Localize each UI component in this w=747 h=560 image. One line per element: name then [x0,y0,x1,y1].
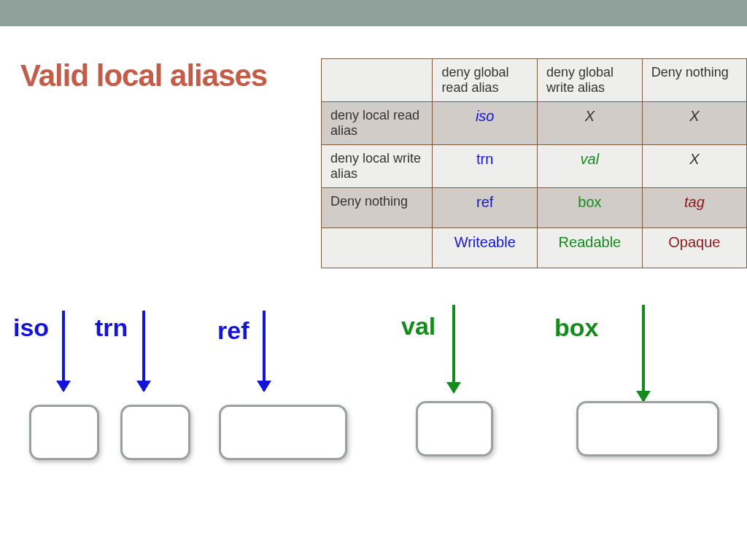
matrix-footer-row: Writeable Readable Opaque [322,228,747,268]
matrix-row-label: Deny nothing [322,188,433,228]
matrix-col-header: deny global read alias [433,59,538,102]
matrix-cell: X [642,145,746,188]
matrix-footer-cell: Readable [538,228,643,268]
matrix-cell: val [538,145,643,188]
top-bar [0,0,747,26]
matrix-footer-cell: Writeable [433,228,538,268]
matrix-cell: box [538,188,643,228]
matrix-corner-cell [322,59,433,102]
matrix-cell: iso [433,102,538,145]
object-box [29,405,99,460]
object-box [576,401,719,456]
matrix-cell: X [642,102,746,145]
matrix-cell: X [538,102,643,145]
matrix-footer-cell: Opaque [642,228,746,268]
object-box [120,405,190,460]
cap-label-trn: trn [95,314,128,342]
object-box [416,401,493,456]
capability-diagram: iso trn ref val box [0,314,747,547]
capability-matrix: deny global read alias deny global write… [321,58,747,268]
arrow-icon [642,305,645,401]
matrix-cell: trn [433,145,538,188]
cap-label-box: box [554,314,598,342]
matrix-col-header: Deny nothing [642,59,746,102]
matrix-cell: tag [642,188,746,228]
arrow-icon [263,311,266,391]
cap-label-iso: iso [13,314,49,342]
matrix-col-header: deny global write alias [538,59,643,102]
matrix-row-label: deny local read alias [322,102,433,145]
matrix-row-label: deny local write alias [322,145,433,188]
arrow-icon [142,311,145,391]
cap-label-ref: ref [217,316,249,345]
arrow-icon [62,311,65,391]
matrix-header-row: deny global read alias deny global write… [322,59,747,102]
matrix-row: deny local read alias iso X X [322,102,747,145]
matrix-cell: ref [433,188,538,228]
cap-label-val: val [401,312,436,341]
matrix-row: Deny nothing ref box tag [322,188,747,228]
arrow-icon [452,305,455,392]
page-title: Valid local aliases [20,58,267,93]
object-box [219,405,347,460]
matrix-footer-blank [322,228,433,268]
matrix-row: deny local write alias trn val X [322,145,747,188]
